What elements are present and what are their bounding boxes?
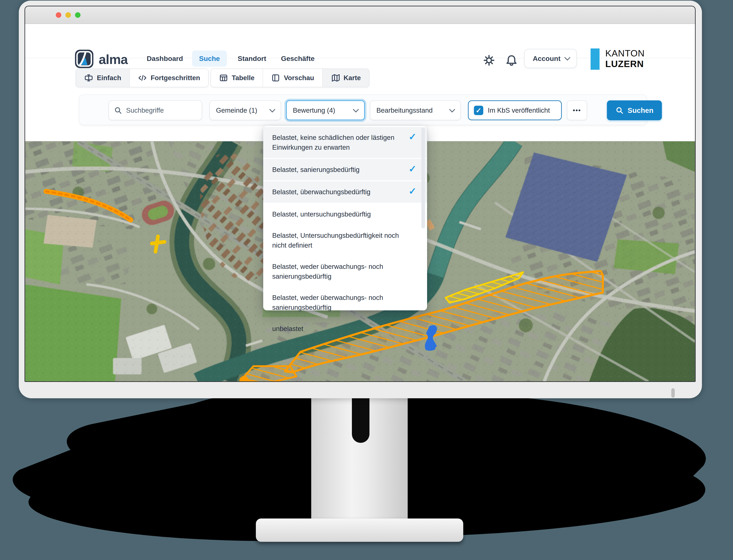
search-submit-button[interactable]: Suchen [607, 100, 662, 120]
kanton-line2: LUZERN [605, 59, 644, 69]
gemeinde-dropdown[interactable]: Gemeinde (1) [210, 100, 281, 120]
kanton-line1: KANTON [605, 48, 645, 59]
search-icon [615, 106, 624, 115]
app-header: alma Dashboard Suche Standort Geschäfte … [25, 24, 695, 58]
more-filters-button[interactable]: ••• [567, 100, 587, 120]
option-text: Belastet, überwachungsbedürftig [272, 188, 370, 196]
tab-karte[interactable]: Karte [323, 69, 369, 87]
contamination-line-orange [46, 191, 131, 220]
split-panel-icon [271, 73, 280, 82]
dropdown-option[interactable]: Belastet, weder überwachungs- noch sanie… [263, 287, 427, 318]
tab-karte-label: Karte [344, 74, 361, 82]
minimize-button[interactable] [65, 12, 71, 18]
chevron-down-icon [269, 107, 276, 113]
kbs-label: Im KbS veröffentlicht [488, 107, 550, 114]
dropdown-option[interactable]: Belastet, keine schädlichen oder lästige… [263, 127, 427, 158]
contamination-mark-yellow [152, 236, 165, 252]
tab-vorschau-label: Vorschau [284, 74, 314, 82]
input-icon [84, 73, 93, 82]
checkbox-checked-icon[interactable]: ✓ [474, 106, 483, 115]
map-icon [331, 73, 340, 82]
kanton-luzern-logo: KANTON LUZERN [591, 48, 672, 71]
kanton-blue-mark [591, 48, 599, 70]
dropdown-option[interactable]: Belastet, sanierungsbedürftig ✓ [263, 159, 427, 180]
search-icon [114, 106, 122, 115]
kbs-published-checkbox[interactable]: ✓ Im KbS veröffentlicht [468, 100, 562, 120]
bewertung-dropdown-trigger[interactable]: Bewertung (4) [286, 100, 365, 120]
check-icon: ✓ [408, 164, 416, 174]
gear-icon[interactable] [482, 54, 495, 67]
option-text: Belastet, weder überwachungs- noch sanie… [272, 263, 383, 280]
bearbeitungsstand-dropdown[interactable]: Bearbeitungsstand [370, 100, 461, 120]
option-text: Belastet, untersuchungsbedürftig [272, 210, 371, 218]
search-input[interactable] [126, 106, 194, 114]
filter-panel: Gemeinde (1) Bewertung (4) Bearbeitungss… [79, 94, 647, 125]
zoom-button[interactable] [75, 12, 81, 18]
option-text: Belastet, keine schädlichen oder lästige… [272, 134, 394, 151]
query-mode-toggle: Einfach Fortgeschritten [76, 68, 209, 87]
chevron-down-icon [449, 107, 455, 113]
bell-icon[interactable] [505, 54, 518, 67]
check-icon: ✓ [408, 186, 416, 196]
view-toggle: Tabelle Vorschau Karte [211, 68, 369, 87]
option-text: Belastet, weder überwachungs- noch sanie… [272, 294, 383, 311]
nav-standort[interactable]: Standort [238, 55, 266, 63]
tab-fortgeschritten-label: Fortgeschritten [151, 74, 200, 82]
gemeinde-label: Gemeinde (1) [216, 107, 257, 114]
monitor-power-button[interactable] [671, 388, 675, 398]
bearbeitungsstand-label: Bearbeitungsstand [376, 107, 432, 114]
code-icon [138, 73, 147, 82]
tab-tabelle[interactable]: Tabelle [211, 69, 263, 87]
app-title: alma [99, 52, 128, 67]
account-button[interactable]: Account [524, 49, 577, 68]
contamination-flare-orange [242, 366, 296, 382]
tab-einfach-label: Einfach [97, 74, 121, 82]
search-submit-label: Suchen [628, 106, 653, 114]
dropdown-option[interactable]: Belastet, Untersuchungsbedürftigkeit noc… [263, 225, 427, 256]
tab-einfach[interactable]: Einfach [76, 69, 130, 87]
monitor-stand-cable-slot [352, 398, 369, 443]
chevron-down-icon [564, 55, 570, 61]
dropdown-option[interactable]: unbelastet [263, 318, 427, 339]
bewertung-label: Bewertung (4) [293, 107, 335, 114]
window-titlebar [25, 6, 695, 24]
dropdown-option[interactable]: Belastet, untersuchungsbedürftig [263, 204, 427, 225]
tab-tabelle-label: Tabelle [232, 74, 255, 82]
desktop-background: { "colors": { "accent": "#1583c7", "acce… [0, 0, 733, 560]
tab-fortgeschritten[interactable]: Fortgeschritten [130, 69, 208, 87]
nav-dashboard[interactable]: Dashboard [147, 55, 183, 63]
table-icon [219, 73, 228, 82]
chevron-down-icon [353, 107, 359, 113]
option-text: unbelastet [272, 325, 303, 332]
dropdown-option[interactable]: Belastet, überwachungsbedürftig ✓ [263, 181, 427, 203]
option-text: Belastet, Untersuchungsbedürftigkeit noc… [272, 232, 399, 249]
monitor-stand-base [256, 518, 463, 542]
dropdown-scrollbar[interactable] [421, 128, 425, 228]
tab-vorschau[interactable]: Vorschau [263, 69, 323, 87]
check-icon: ✓ [408, 132, 416, 142]
alma-logo-icon [75, 49, 94, 68]
option-text: Belastet, sanierungsbedürftig [272, 166, 360, 173]
nav-suche[interactable]: Suche [192, 51, 227, 67]
bewertung-dropdown: Belastet, keine schädlichen oder lästige… [263, 126, 427, 310]
close-button[interactable] [56, 12, 61, 18]
app-window: alma Dashboard Suche Standort Geschäfte … [25, 6, 696, 382]
dropdown-option[interactable]: Belastet, weder überwachungs- noch sanie… [263, 256, 427, 287]
account-label: Account [533, 55, 560, 63]
nav-geschaefte[interactable]: Geschäfte [281, 55, 315, 63]
search-field [109, 100, 202, 120]
